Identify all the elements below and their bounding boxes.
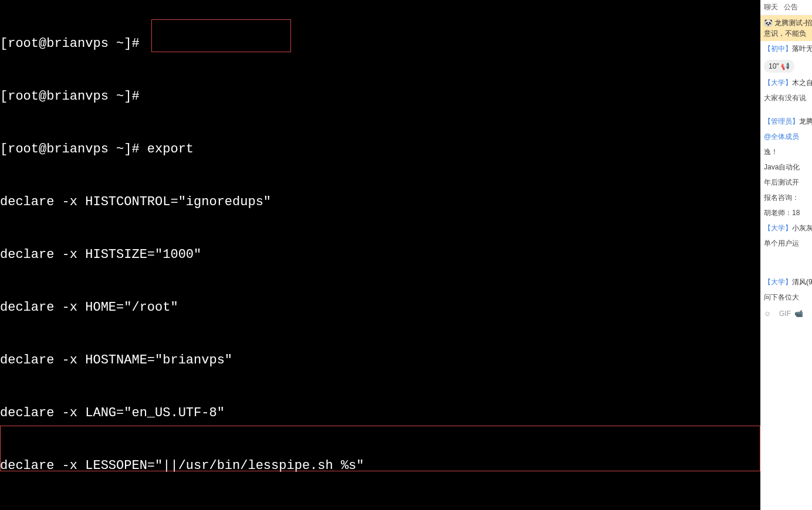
- user-name: 落叶无: [792, 45, 812, 53]
- voice-bubble: 10" 📢: [764, 60, 794, 73]
- pinned-notice[interactable]: 🐼 龙腾测试-招 意识，不能负: [760, 15, 812, 41]
- chat-user[interactable]: 【管理员】龙腾: [760, 114, 812, 129]
- chat-voice-message[interactable]: 10" 📢: [760, 56, 812, 75]
- gif-icon[interactable]: GIF: [779, 310, 790, 320]
- user-tag: 【大学】: [764, 224, 792, 232]
- output-line: declare -x HOSTNAME="brianvps": [0, 352, 760, 369]
- user-name: 小灰灰: [792, 224, 812, 232]
- chat-message[interactable]: 大家有没有说: [760, 90, 812, 106]
- output-line: declare -x HISTSIZE="1000": [0, 246, 760, 264]
- user-tag: 【大学】: [764, 278, 792, 286]
- chat-sidebar: 聊天 公告 🐼 龙腾测试-招 意识，不能负 【初中】落叶无 10" 📢 【大学】…: [760, 0, 812, 510]
- chat-message[interactable]: 年后测试开: [760, 175, 812, 190]
- tab-chat[interactable]: 聊天: [764, 2, 778, 12]
- user-tag: 【管理员】: [764, 117, 799, 125]
- tab-announce[interactable]: 公告: [784, 2, 798, 12]
- output-line: declare -x LESSOPEN="||/usr/bin/lesspipe…: [0, 457, 760, 475]
- message-text: Java自动化: [764, 163, 800, 171]
- user-name: 清风(9: [792, 278, 812, 286]
- terminal[interactable]: [root@brianvps ~]# [root@brianvps ~]# [r…: [0, 0, 760, 510]
- chat-message[interactable]: 报名咨询：: [760, 190, 812, 205]
- message-text: 单个用户运: [764, 239, 799, 247]
- emoji-icon[interactable]: ☺: [764, 310, 774, 320]
- chat-user[interactable]: 【初中】落叶无: [760, 41, 812, 56]
- sidebar-tabs: 聊天 公告: [760, 0, 812, 15]
- chat-message[interactable]: 逸！: [760, 144, 812, 159]
- message-text: 报名咨询：: [764, 193, 799, 202]
- output-line: declare -x LANG="en_US.UTF-8": [0, 404, 760, 422]
- output-line: declare -x HISTCONTROL="ignoredups": [0, 193, 760, 211]
- notice-icon: 🐼: [764, 19, 774, 27]
- mention-text: @全体成员: [764, 132, 799, 141]
- chat-user[interactable]: 【大学】木之自: [760, 75, 812, 90]
- sound-icon: 📢: [781, 62, 790, 70]
- voice-duration: 10": [769, 62, 779, 70]
- video-icon[interactable]: 📹: [794, 310, 805, 320]
- message-text: 问下各位大: [764, 293, 799, 301]
- chat-message[interactable]: 单个用户运: [760, 236, 812, 251]
- prompt-line: [root@brianvps ~]# export: [0, 141, 760, 158]
- message-text: 年后测试开: [764, 178, 799, 186]
- pinned-text: 龙腾测试-招: [774, 19, 812, 27]
- user-tag: 【初中】: [764, 45, 792, 53]
- prompt-line: [root@brianvps ~]#: [0, 35, 760, 53]
- message-text: 大家有没有说: [764, 94, 806, 102]
- chat-user[interactable]: 【大学】清风(9: [760, 274, 812, 290]
- output-line: declare -x HOME="/root": [0, 299, 760, 317]
- chat-message[interactable]: 胡老师：18: [760, 205, 812, 220]
- user-tag: 【大学】: [764, 79, 792, 87]
- user-name: 木之自: [792, 79, 812, 87]
- prompt-line: [root@brianvps ~]#: [0, 88, 760, 106]
- message-text: 逸！: [764, 148, 778, 156]
- chat-message[interactable]: Java自动化: [760, 159, 812, 175]
- pinned-text: 意识，不能负: [764, 29, 806, 38]
- chat-toolbar: ☺ GIF 📹: [760, 305, 812, 325]
- message-text: 胡老师：18: [764, 209, 800, 217]
- spacer: [760, 106, 812, 114]
- chat-message[interactable]: 问下各位大: [760, 290, 812, 305]
- user-name: 龙腾: [799, 117, 812, 125]
- chat-user[interactable]: 【大学】小灰灰: [760, 220, 812, 236]
- chat-mention[interactable]: @全体成员: [760, 129, 812, 144]
- spacer: [760, 251, 812, 274]
